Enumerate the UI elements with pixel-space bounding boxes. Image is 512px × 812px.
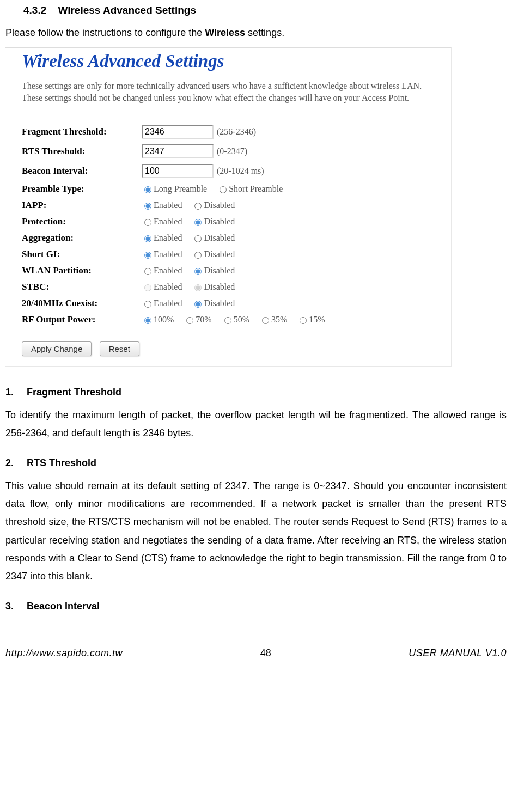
label-wlanpart-enabled: Enabled [154, 266, 182, 276]
row-preamble-type: Preamble Type: Long Preamble Short Pream… [22, 181, 424, 197]
label-coexist-disabled: Disabled [204, 298, 235, 308]
beacon-input[interactable] [142, 164, 214, 178]
value-shortgi: Enabled Disabled [142, 249, 424, 259]
fragment-range: (256-2346) [217, 127, 256, 137]
label-wlanpart: WLAN Partition: [22, 265, 142, 276]
radio-protection-disabled[interactable] [194, 219, 202, 226]
label-rf-70: 70% [196, 315, 211, 325]
label-fragment: Fragment Threshold: [22, 126, 142, 137]
radio-wlanpart-enabled[interactable] [144, 268, 151, 275]
radio-rf-100[interactable] [144, 317, 151, 324]
section-title: Wireless Advanced Settings [58, 4, 196, 16]
value-wlanpart: Enabled Disabled [142, 266, 424, 276]
row-iapp: IAPP: Enabled Disabled [22, 197, 424, 213]
heading-2-text: RTS Threshold [27, 457, 96, 468]
paragraph-rts: This value should remain at its default … [3, 477, 509, 594]
label-protection-disabled: Disabled [204, 217, 235, 227]
button-row: Apply Change Reset [22, 328, 424, 361]
value-fragment: (256-2346) [142, 125, 424, 139]
intro-prefix: Please follow the instructions to config… [5, 27, 205, 38]
radio-rf-35[interactable] [262, 317, 269, 324]
label-rf-35: 35% [271, 315, 287, 325]
radio-coexist-enabled[interactable] [144, 301, 151, 308]
value-rfpower: 100% 70% 50% 35% 15% [142, 315, 424, 325]
heading-1-text: Fragment Threshold [27, 387, 121, 398]
footer-url: http://www.sapido.com.tw [5, 648, 123, 659]
label-stbc-enabled: Enabled [154, 282, 182, 292]
label-shortgi-disabled: Disabled [204, 249, 235, 259]
value-aggregation: Enabled Disabled [142, 233, 424, 243]
settings-table: Fragment Threshold: (256-2346) RTS Thres… [22, 108, 424, 328]
radio-protection-enabled[interactable] [144, 219, 151, 226]
section-heading: 4.3.2 Wireless Advanced Settings [3, 0, 509, 25]
radio-iapp-enabled[interactable] [144, 203, 151, 210]
radio-shortgi-enabled[interactable] [144, 252, 151, 259]
heading-3-num: 3. [5, 601, 24, 612]
row-stbc: STBC: Enabled Disabled [22, 279, 424, 295]
value-preamble: Long Preamble Short Preamble [142, 184, 424, 194]
label-iapp-enabled: Enabled [154, 200, 182, 210]
label-rfpower: RF Output Power: [22, 314, 142, 325]
label-protection: Protection: [22, 216, 142, 227]
reset-button[interactable]: Reset [100, 341, 139, 356]
value-beacon: (20-1024 ms) [142, 164, 424, 178]
radio-rf-50[interactable] [224, 317, 231, 324]
row-coexist: 20/40MHz Coexist: Enabled Disabled [22, 295, 424, 312]
radio-shortgi-disabled[interactable] [194, 252, 202, 259]
label-protection-enabled: Enabled [154, 217, 182, 227]
radio-rf-70[interactable] [186, 317, 193, 324]
value-stbc: Enabled Disabled [142, 282, 424, 292]
heading-1-num: 1. [5, 387, 24, 398]
row-rts-threshold: RTS Threshold: (0-2347) [22, 142, 424, 161]
label-beacon: Beacon Interval: [22, 166, 142, 176]
label-rf-50: 50% [234, 315, 249, 325]
label-coexist-enabled: Enabled [154, 298, 182, 308]
heading-rts-threshold: 2. RTS Threshold [3, 451, 509, 477]
section-number: 4.3.2 [23, 4, 46, 16]
radio-short-preamble[interactable] [220, 186, 227, 193]
label-preamble: Preamble Type: [22, 184, 142, 194]
footer-manual-version: USER MANUAL V1.0 [409, 648, 507, 659]
row-fragment-threshold: Fragment Threshold: (256-2346) [22, 122, 424, 142]
row-rf-power: RF Output Power: 100% 70% 50% 35% 15% [22, 312, 424, 328]
label-aggregation-disabled: Disabled [204, 233, 235, 243]
row-beacon-interval: Beacon Interval: (20-1024 ms) [22, 161, 424, 181]
heading-fragment-threshold: 1. Fragment Threshold [3, 380, 509, 406]
row-aggregation: Aggregation: Enabled Disabled [22, 230, 424, 246]
page-footer: http://www.sapido.com.tw 48 USER MANUAL … [3, 620, 509, 670]
label-shortgi-enabled: Enabled [154, 249, 182, 259]
radio-stbc-disabled [194, 284, 202, 291]
apply-change-button[interactable]: Apply Change [22, 341, 92, 356]
label-short-preamble: Short Preamble [229, 184, 283, 194]
intro-bold: Wireless [205, 27, 245, 38]
radio-coexist-disabled[interactable] [194, 301, 202, 308]
label-long-preamble: Long Preamble [154, 184, 207, 194]
label-rf-15: 15% [309, 315, 325, 325]
radio-long-preamble[interactable] [144, 186, 151, 193]
label-stbc: STBC: [22, 282, 142, 292]
fragment-input[interactable] [142, 125, 214, 139]
row-protection: Protection: Enabled Disabled [22, 213, 424, 230]
screenshot-panel: Wireless Advanced Settings These setting… [5, 47, 452, 367]
label-stbc-disabled: Disabled [204, 282, 235, 292]
row-wlan-partition: WLAN Partition: Enabled Disabled [22, 262, 424, 279]
screenshot-description: These settings are only for more technic… [22, 75, 424, 108]
rts-input[interactable] [142, 144, 214, 158]
beacon-range: (20-1024 ms) [217, 166, 264, 176]
radio-aggregation-disabled[interactable] [194, 235, 202, 242]
radio-iapp-disabled[interactable] [194, 203, 202, 210]
intro-text: Please follow the instructions to config… [3, 25, 509, 47]
radio-stbc-enabled [144, 284, 151, 291]
radio-aggregation-enabled[interactable] [144, 235, 151, 242]
value-coexist: Enabled Disabled [142, 298, 424, 308]
radio-wlanpart-disabled[interactable] [194, 268, 202, 275]
label-wlanpart-disabled: Disabled [204, 266, 235, 276]
screenshot-title: Wireless Advanced Settings [22, 48, 424, 75]
rts-range: (0-2347) [217, 146, 247, 156]
value-iapp: Enabled Disabled [142, 200, 424, 210]
heading-3-text: Beacon Interval [27, 601, 100, 612]
heading-2-num: 2. [5, 457, 24, 469]
intro-suffix: settings. [245, 27, 284, 38]
row-short-gi: Short GI: Enabled Disabled [22, 246, 424, 262]
radio-rf-15[interactable] [300, 317, 307, 324]
